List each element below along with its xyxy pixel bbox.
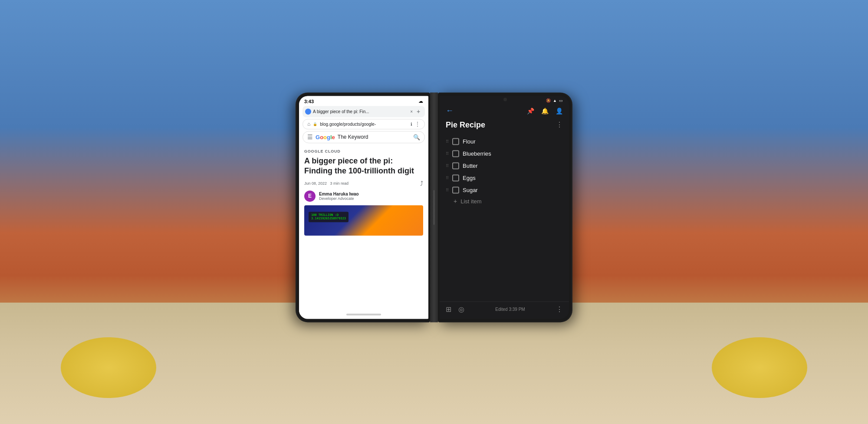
item-label-1: Flour xyxy=(463,138,476,145)
drag-handle-icon[interactable]: ⠿ xyxy=(446,188,449,192)
checkbox-4[interactable] xyxy=(452,174,459,181)
notes-title: Pie Recipe xyxy=(446,121,485,130)
article-title: A bigger piece of the pi: Finding the 10… xyxy=(304,156,423,176)
list-item: ⠿ Butter xyxy=(446,160,563,171)
phone-hinge xyxy=(430,92,438,322)
author-avatar: E xyxy=(304,190,316,202)
checkbox-3[interactable] xyxy=(452,162,459,169)
add-item-row[interactable]: + List item xyxy=(454,196,563,207)
notes-toolbar: ← 📌 🔔 👤 xyxy=(440,104,569,117)
drag-handle-icon[interactable]: ⠿ xyxy=(446,151,449,156)
status-time: 3:43 xyxy=(304,99,314,104)
drag-handle-icon[interactable]: ⠿ xyxy=(446,176,449,180)
cloud-icon: ☁ xyxy=(418,98,423,104)
info-icon: ℹ xyxy=(411,122,412,127)
nav-bar-left xyxy=(299,310,428,319)
home-indicator xyxy=(346,313,381,315)
hinge-line xyxy=(434,190,434,225)
add-content-icon[interactable]: ⊞ xyxy=(446,305,451,313)
phone-left-panel: 3:43 ☁ A bigger piece of the pi: Fin... … xyxy=(296,92,430,322)
mute-icon: 🔕 xyxy=(546,98,551,103)
search-icon[interactable]: 🔍 xyxy=(413,134,420,140)
article-category: GOOGLE CLOUD xyxy=(304,149,423,153)
list-item: ⠿ Sugar xyxy=(446,184,563,196)
item-label-4: Eggs xyxy=(463,175,476,181)
add-item-label: List item xyxy=(460,198,481,205)
tab-favicon xyxy=(305,108,311,114)
author-role: Developer Advocate xyxy=(319,196,359,201)
status-icons-left: ☁ xyxy=(418,98,423,104)
checkbox-2[interactable] xyxy=(452,150,459,157)
yellow-object-right xyxy=(712,337,807,398)
list-item: ⠿ Eggs xyxy=(446,172,563,183)
google-logo: Google xyxy=(316,134,335,140)
url-text: blog.google/products/google- xyxy=(320,122,408,127)
drag-handle-icon[interactable]: ⠿ xyxy=(446,163,449,168)
screen-left: 3:43 ☁ A bigger piece of the pi: Fin... … xyxy=(299,96,428,319)
article-meta: Jun 08, 2022 3 min read ⤴ xyxy=(304,180,423,187)
lock-icon: 🔒 xyxy=(313,122,317,126)
drag-handle-icon[interactable]: ⠿ xyxy=(446,139,449,144)
checkbox-1[interactable] xyxy=(452,138,459,145)
article-date: Jun 08, 2022 3 min read xyxy=(304,181,349,186)
bottom-icons-left: ⊞ ◎ xyxy=(446,305,464,313)
author-row: E Emma Haruka Iwao Developer Advocate xyxy=(304,190,423,202)
article-image: 100 TRILLION :D 3.14159265358979323 xyxy=(304,205,423,235)
add-plus-icon: + xyxy=(454,198,457,205)
front-camera xyxy=(503,98,507,101)
notes-content: Pie Recipe ⋮ ⠿ Flour ⠿ Blueberries xyxy=(440,117,569,301)
menu-icon[interactable]: ☰ xyxy=(307,134,313,140)
list-item: ⠿ Blueberries xyxy=(446,148,563,159)
phone-right-panel: 🔕 ▲ ▭ ← 📌 🔔 👤 Pie Recipe ⋮ xyxy=(438,92,572,322)
status-bar-left: 3:43 ☁ xyxy=(299,96,428,106)
tab-title: A bigger piece of the pi: Fin... xyxy=(313,109,408,114)
notes-more-button[interactable]: ⋮ xyxy=(556,121,563,129)
notes-bottom-bar: ⊞ ◎ Edited 3:39 PM ⋮ xyxy=(440,301,569,319)
tab-bar[interactable]: A bigger piece of the pi: Fin... × + xyxy=(302,106,425,117)
yellow-object-left xyxy=(61,337,156,398)
article-content: GOOGLE CLOUD A bigger piece of the pi: F… xyxy=(299,146,428,310)
home-icon: ⌂ xyxy=(307,121,310,127)
collaborator-icon[interactable]: 👤 xyxy=(556,108,563,114)
wifi-icon: ▲ xyxy=(553,98,557,103)
checklist: ⠿ Flour ⠿ Blueberries ⠿ Butter xyxy=(446,136,563,196)
notes-toolbar-icons: 📌 🔔 👤 xyxy=(527,108,563,114)
pin-icon[interactable]: 📌 xyxy=(527,108,534,114)
share-icon[interactable]: ⤴ xyxy=(420,180,423,187)
search-text: The Keyword xyxy=(338,134,411,140)
more-icon[interactable]: ⋮ xyxy=(415,121,420,127)
checkbox-5[interactable] xyxy=(452,186,459,193)
tab-close-button[interactable]: × xyxy=(410,109,413,114)
author-name: Emma Haruka Iwao xyxy=(319,192,359,196)
notes-title-row: Pie Recipe ⋮ xyxy=(446,121,563,130)
edited-timestamp: Edited 3:39 PM xyxy=(495,307,525,312)
author-info: Emma Haruka Iwao Developer Advocate xyxy=(319,192,359,201)
reminder-icon[interactable]: 🔔 xyxy=(541,108,549,114)
foldable-phone: 3:43 ☁ A bigger piece of the pi: Fin... … xyxy=(296,92,572,322)
item-label-2: Blueberries xyxy=(463,150,491,157)
screen-right: 🔕 ▲ ▭ ← 📌 🔔 👤 Pie Recipe ⋮ xyxy=(440,96,569,319)
back-button[interactable]: ← xyxy=(446,106,454,115)
palette-icon[interactable]: ◎ xyxy=(458,305,464,313)
bottom-more-button[interactable]: ⋮ xyxy=(556,305,563,313)
list-item: ⠿ Flour xyxy=(446,136,563,147)
battery-icon: ▭ xyxy=(559,98,563,103)
search-bar[interactable]: ☰ Google The Keyword 🔍 xyxy=(302,131,425,143)
item-label-5: Sugar xyxy=(463,187,478,193)
pi-display: 100 TRILLION :D 3.14159265358979323 xyxy=(309,212,349,222)
new-tab-button[interactable]: + xyxy=(414,108,422,115)
address-bar[interactable]: ⌂ 🔒 blog.google/products/google- ℹ ⋮ xyxy=(302,119,425,129)
item-label-3: Butter xyxy=(463,163,478,169)
